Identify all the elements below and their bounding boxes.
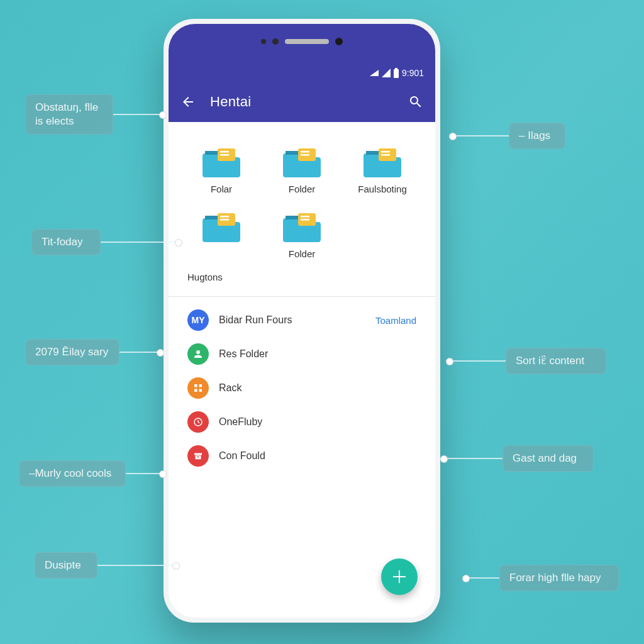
- svg-rect-16: [301, 219, 309, 221]
- status-icons: 9:901: [369, 68, 424, 78]
- folder-grid: Folar Folder Faulsboting: [181, 141, 423, 268]
- folder-item[interactable]: Folar: [181, 141, 262, 203]
- folder-item[interactable]: [181, 206, 262, 268]
- callout-label: Dusipte: [35, 552, 177, 579]
- folder-label: Folar: [181, 184, 262, 194]
- phone-speaker: [261, 38, 343, 45]
- cell-signal-icon: [382, 69, 391, 77]
- person-icon: [187, 343, 209, 365]
- svg-rect-1: [395, 68, 397, 69]
- list-item-label: OneFluby: [219, 416, 416, 428]
- svg-rect-18: [199, 384, 203, 387]
- folder-label: Folder: [262, 248, 342, 259]
- svg-rect-0: [394, 69, 399, 78]
- list-item-avatar: MY: [187, 309, 209, 331]
- archive-icon: [187, 445, 209, 467]
- appbar-title: Hentai: [210, 94, 405, 110]
- svg-rect-7: [301, 154, 309, 156]
- svg-rect-15: [301, 216, 309, 218]
- list-item[interactable]: OneFluby: [181, 405, 423, 439]
- callout-label: Tit-foday: [31, 229, 179, 255]
- folder-icon: [203, 211, 240, 242]
- callout-label: 2079 Ĕilay sary: [25, 339, 161, 365]
- svg-rect-3: [220, 151, 229, 153]
- svg-rect-17: [194, 384, 197, 387]
- search-icon: [408, 94, 423, 109]
- list-item-label: Con Fould: [219, 450, 416, 462]
- svg-rect-6: [301, 151, 309, 153]
- back-arrow-icon: [180, 94, 196, 109]
- status-time: 9:901: [402, 68, 424, 78]
- battery-icon: [393, 68, 399, 78]
- fab-add-button[interactable]: [381, 558, 418, 595]
- folder-item[interactable]: Folder: [262, 141, 342, 203]
- svg-rect-13: [220, 219, 229, 221]
- list-item[interactable]: Rack: [181, 371, 423, 405]
- list-item-action[interactable]: Toamland: [375, 315, 416, 326]
- folder-label: Folder: [262, 184, 342, 194]
- list-item[interactable]: MY Bidar Run Fours Toamland: [181, 303, 423, 337]
- list-item-label: Rack: [219, 382, 416, 394]
- callout-label: Forar high flle hapy: [465, 565, 619, 591]
- callout-label: Obstatuŋ, flle is elects: [25, 94, 164, 135]
- svg-rect-20: [199, 389, 203, 392]
- clock-icon: [187, 411, 209, 433]
- folder-icon: [364, 146, 401, 177]
- wifi-signal-icon: [369, 69, 379, 77]
- folder-icon: [283, 146, 321, 177]
- back-button[interactable]: [177, 91, 199, 113]
- statusbar: 9:901: [169, 24, 435, 82]
- folder-icon: [283, 211, 321, 242]
- svg-rect-10: [381, 154, 390, 156]
- svg-rect-12: [220, 216, 229, 218]
- svg-rect-24: [197, 457, 199, 458]
- screen: 9:901 Hentai: [169, 24, 435, 618]
- list-item[interactable]: Res Folder: [181, 337, 423, 371]
- folder-item[interactable]: Folder: [262, 206, 342, 268]
- search-button[interactable]: [405, 91, 426, 113]
- folder-item[interactable]: Faulsboting: [342, 141, 423, 203]
- svg-rect-9: [381, 151, 390, 153]
- svg-rect-4: [220, 154, 229, 156]
- appbar: Hentai: [169, 82, 435, 122]
- callout-label: – Ilags: [452, 123, 565, 149]
- section-label: Hugtons: [181, 268, 423, 287]
- callout-label: –Murly cool cools: [19, 460, 164, 487]
- list-item[interactable]: Con Fould: [181, 439, 423, 473]
- callout-label: Gast and dag: [443, 445, 594, 472]
- grid-icon: [187, 377, 209, 399]
- phone-device: 9:901 Hentai: [164, 19, 440, 623]
- svg-rect-22: [194, 453, 202, 455]
- svg-rect-19: [194, 389, 197, 392]
- folder-label: Faulsboting: [342, 184, 423, 194]
- content-area: Folar Folder Faulsboting: [169, 122, 435, 618]
- folder-icon: [203, 146, 240, 177]
- list-item-label: Res Folder: [219, 348, 416, 360]
- list-item-label: Bidar Run Fours: [219, 314, 365, 326]
- callout-label: Sort iἒ content: [449, 348, 606, 374]
- file-list: MY Bidar Run Fours Toamland Res Folder R…: [181, 297, 423, 473]
